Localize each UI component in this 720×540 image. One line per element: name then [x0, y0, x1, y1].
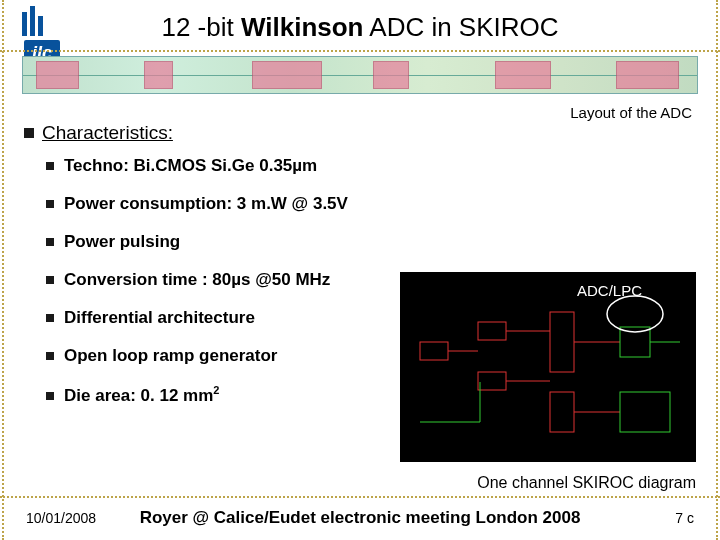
- svg-rect-4: [550, 392, 574, 432]
- bullet-text: Die area: 0. 12 mm: [64, 386, 213, 405]
- svg-rect-2: [478, 372, 506, 390]
- title-bold: Wilkinson: [241, 12, 364, 42]
- svg-rect-6: [620, 392, 670, 432]
- divider-top: [0, 50, 720, 52]
- bullet-square-icon: [46, 162, 54, 170]
- schematic-svg: [400, 272, 696, 462]
- section-heading: Characteristics:: [24, 122, 173, 144]
- svg-rect-3: [550, 312, 574, 372]
- list-item: Techno: Bi.CMOS Si.Ge 0.35µm: [46, 156, 348, 176]
- decor-dots-right: [716, 0, 718, 540]
- bullet-square-icon: [24, 128, 34, 138]
- bullet-square-icon: [46, 238, 54, 246]
- bullet-square-icon: [46, 352, 54, 360]
- list-item: Power consumption: 3 m.W @ 3.5V: [46, 194, 348, 214]
- bullet-square-icon: [46, 276, 54, 284]
- list-item: Open loop ramp generator: [46, 346, 348, 366]
- bullet-text: Differential architecture: [64, 308, 255, 327]
- bullet-square-icon: [46, 200, 54, 208]
- title-post: ADC in SKIROC: [364, 12, 559, 42]
- section-heading-text: Characteristics:: [42, 122, 173, 143]
- schematic-caption: One channel SKIROC diagram: [477, 474, 696, 492]
- decor-dots-left: [2, 0, 4, 540]
- characteristics-list: Techno: Bi.CMOS Si.Ge 0.35µm Power consu…: [46, 156, 348, 424]
- list-item: Differential architecture: [46, 308, 348, 328]
- superscript: 2: [213, 384, 219, 396]
- bullet-text: Power pulsing: [64, 232, 180, 251]
- slide-title: 12 -bit Wilkinson ADC in SKIROC: [0, 12, 720, 43]
- layout-caption: Layout of the ADC: [570, 104, 692, 121]
- footer-page: 7 c: [675, 510, 694, 526]
- svg-rect-0: [420, 342, 448, 360]
- list-item: Conversion time : 80µs @50 MHz: [46, 270, 348, 290]
- bullet-text: Techno: Bi.CMOS Si.Ge 0.35µm: [64, 156, 317, 175]
- adc-layout-image: [22, 56, 698, 94]
- svg-rect-1: [478, 322, 506, 340]
- list-item: Power pulsing: [46, 232, 348, 252]
- bullet-text: Power consumption: 3 m.W @ 3.5V: [64, 194, 348, 213]
- list-item: Die area: 0. 12 mm2: [46, 384, 348, 406]
- title-pre: 12 -bit: [161, 12, 241, 42]
- divider-bottom: [0, 496, 720, 498]
- bullet-square-icon: [46, 314, 54, 322]
- footer-center: Royer @ Calice/Eudet electronic meeting …: [0, 508, 720, 528]
- bullet-text: Open loop ramp generator: [64, 346, 277, 365]
- skiroc-schematic: ADC/LPC: [400, 272, 696, 462]
- bullet-square-icon: [46, 392, 54, 400]
- bullet-text: Conversion time : 80µs @50 MHz: [64, 270, 330, 289]
